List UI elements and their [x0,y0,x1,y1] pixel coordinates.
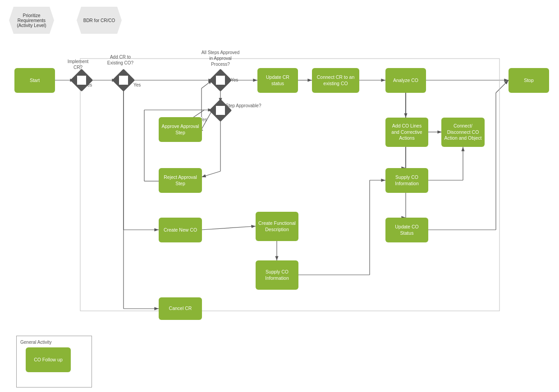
co-follow-up-box[interactable]: CO Follow up [26,347,71,372]
cancel-cr-box[interactable]: Cancel CR [159,297,202,320]
question-add-cr: Add CR to Existing CO? [105,54,136,66]
svg-line-38 [496,80,509,93]
supply-co2-box[interactable]: Supply CO Information [256,260,298,290]
question-all-steps: All Steps Approved in Approval Process? [201,50,240,67]
yes-label-2: Yes [133,82,141,87]
connect-disconnect-box[interactable]: Connect/ Disconnect CO Action and Object [441,118,485,147]
general-activity-label: General Activity [20,340,88,345]
start-box[interactable]: Start [14,68,55,93]
diamond-all-steps [209,69,232,92]
svg-line-16 [202,171,220,177]
reject-step-box[interactable]: Reject Approval Step [159,168,202,193]
svg-line-22 [202,226,256,230]
diamond-implement-cr [70,69,93,92]
create-new-co-box[interactable]: Create New CO [159,218,202,242]
yes-label-3: Yes [231,77,238,82]
connect-cr-box[interactable]: Connect CR to an existing CO [312,68,359,93]
create-functional-box[interactable]: Create Functional Description [256,212,298,241]
general-activity-container: General Activity CO Follow up [16,336,92,387]
update-co-status-box[interactable]: Update CO Status [385,218,428,242]
analyze-co-box[interactable]: Analyze CO [385,68,426,93]
add-co-lines-box[interactable]: Add CO Lines and Corrective Actions [385,118,428,147]
diamond-add-cr [112,69,135,92]
hex-prioritize: Prioritize Requirements (Activity Level) [9,7,54,34]
stop-box[interactable]: Stop [509,68,549,93]
hex-bdr: BDR for CR/CO [77,7,122,34]
approve-step-box[interactable]: Approve Approval Step [159,117,202,142]
question-implement-cr: Implement CR? [64,59,92,70]
question-step-approvable: Step Approvable? [225,103,261,109]
supply-co1-box[interactable]: Supply CO Information [385,168,428,193]
update-cr-status-box[interactable]: Update CR status [257,68,298,93]
diagram-container: Prioritize Requirements (Activity Level)… [0,0,559,392]
